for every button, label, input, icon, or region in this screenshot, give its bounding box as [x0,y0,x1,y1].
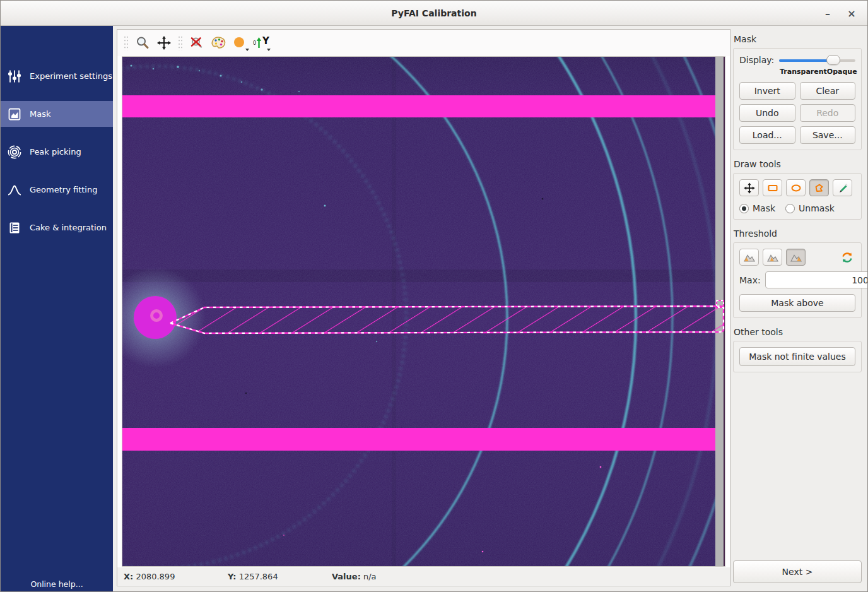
unmask-mode-radio[interactable]: Unmask [785,203,835,213]
mask-above-apply-button[interactable]: Mask above [739,294,855,312]
load-button[interactable]: Load... [739,126,795,144]
undo-button[interactable]: Undo [739,104,795,122]
polygon-tool-button[interactable] [809,179,829,196]
y-position: Y: 1257.864 [228,572,332,581]
y-axis-icon: 0 Y [253,37,269,49]
rectangle-icon [767,182,778,194]
mask-between-threshold-button[interactable] [763,249,782,266]
mask-icon [7,107,22,122]
colormap-button[interactable] [208,33,228,53]
minimize-button[interactable]: – [817,1,838,26]
sidebar-item-label: Experiment settings [30,71,112,81]
histogram-above-icon [790,252,802,263]
pyfai-calibration-window: PyFAI Calibration – × Experiment setting… [0,0,868,592]
mask-band-top [122,95,715,117]
magnifier-icon [135,35,150,50]
mask-above-threshold-button[interactable] [786,249,806,266]
opaque-label: Opaque [827,68,857,76]
toolbar-grip [124,35,129,50]
plot-toolbar: 0 Y [117,30,730,56]
reset-zoom-button[interactable] [187,33,207,53]
unmask-mode-label: Unmask [799,203,835,213]
mask-color-button[interactable] [230,33,250,53]
polygon-icon [814,182,825,194]
sidebar-item-label: Mask [30,109,50,119]
mask-band-bottom [122,428,715,451]
max-label: Max: [739,275,761,285]
window-title: PyFAI Calibration [391,8,476,18]
close-button[interactable]: × [841,1,862,26]
gaussian-curve-icon [7,182,22,198]
toolbar-grip [178,35,183,50]
dropdown-caret-icon [245,49,249,51]
sidebar-nav: Experiment settings Mask [1,26,113,240]
peak-rings-icon [7,145,22,160]
y-axis-orientation-button[interactable]: 0 Y [251,33,271,53]
value-label: Value: [332,572,361,581]
histogram-below-icon [743,252,756,263]
invert-button[interactable]: Invert [739,82,795,100]
plot-widget: 0 Y [117,29,730,586]
max-threshold-input[interactable] [765,271,868,288]
plot-canvas-frame [122,56,725,567]
redo-button[interactable]: Redo [800,104,856,122]
display-label: Display: [739,55,774,65]
reload-histogram-button[interactable] [839,249,855,266]
refresh-icon [841,251,853,264]
slider-fill [779,59,833,62]
mask-group: Display: Transparent Opaque Invert Clear… [733,48,862,150]
pan-tool-button[interactable] [739,179,759,196]
sidebar-item-label: Geometry fitting [30,185,97,194]
palette-icon [210,35,226,50]
mask-mode-label: Mask [753,203,775,213]
threshold-section-title: Threshold [734,228,862,239]
sidebar-item-experiment-settings[interactable]: Experiment settings [1,63,113,89]
pan-button[interactable] [154,33,174,53]
sidebar-item-label: Peak picking [30,147,81,157]
pan-arrows-icon [156,35,172,50]
sidebar-item-label: Cake & integration [30,223,107,232]
diffraction-image-canvas[interactable] [122,57,725,566]
x-label: X: [124,572,133,581]
transparent-label: Transparent [780,68,827,76]
titlebar: PyFAI Calibration – × [1,1,867,26]
zoom-button[interactable] [132,33,153,53]
y-value: 1257.864 [239,572,278,581]
radio-unselected-icon [785,204,795,213]
x-value: 2080.899 [136,572,175,581]
ellipse-tool-button[interactable] [786,179,806,196]
histogram-between-icon [766,252,779,263]
draw-tools-section-title: Draw tools [734,159,862,169]
radio-selected-icon [739,204,749,213]
slider-handle[interactable] [826,55,840,65]
mask-mode-radio[interactable]: Mask [739,203,775,213]
mask-below-threshold-button[interactable] [739,249,759,266]
integration-icon [7,220,22,235]
rectangle-tool-button[interactable] [763,179,782,196]
sidebar-item-geometry-fitting[interactable]: Geometry fitting [1,177,113,203]
pencil-icon [837,182,848,194]
pixel-value: Value: n/a [332,572,436,581]
pencil-tool-button[interactable] [833,179,852,196]
threshold-group: Max: Mask above [733,242,862,318]
sidebar-item-cake-integration[interactable]: Cake & integration [1,215,113,240]
clear-button[interactable]: Clear [800,82,856,100]
save-button[interactable]: Save... [800,126,856,144]
sidebar-item-peak-picking[interactable]: Peak picking [1,139,113,165]
up-arrow-icon [256,37,262,49]
online-help-link[interactable]: Online help... [1,579,113,589]
other-tools-group: Mask not finite values [733,341,862,372]
value-value: n/a [363,572,377,581]
window-content: Experiment settings Mask [1,26,868,592]
mask-tools-panel: Mask Display: Transparent Opaque Invert [730,29,865,589]
sliders-icon [7,69,22,84]
position-info-bar: X: 2080.899 Y: 1257.864 Value: n/a [117,567,730,585]
x-position: X: 2080.899 [124,572,228,581]
sidebar-item-mask[interactable]: Mask [1,101,113,127]
ellipse-icon [790,182,802,194]
mask-not-finite-button[interactable]: Mask not finite values [739,347,855,366]
mask-section-title: Mask [734,34,862,44]
pan-arrows-icon [744,182,755,194]
mask-opacity-slider[interactable] [779,54,855,66]
next-button[interactable]: Next > [733,560,862,583]
